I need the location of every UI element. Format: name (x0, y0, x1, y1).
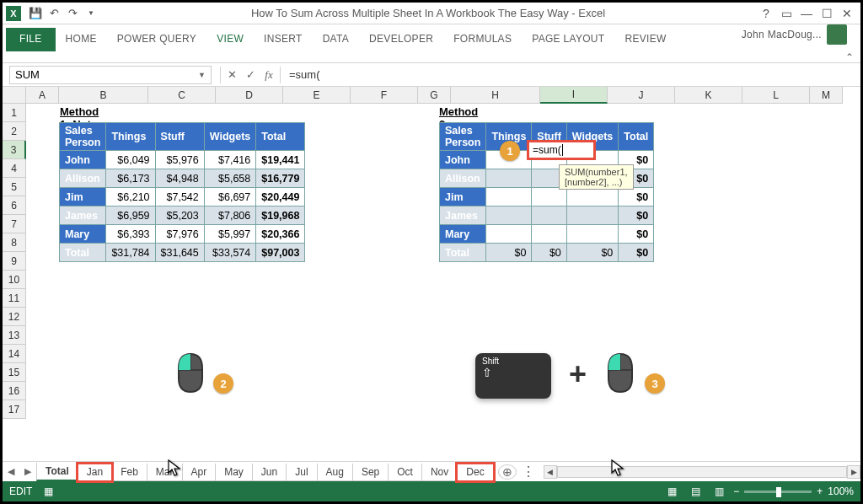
col-header-H[interactable]: H (451, 87, 540, 104)
table-cell[interactable]: $20,366 (256, 225, 305, 244)
col-header-K[interactable]: K (675, 87, 742, 104)
view-pagelayout-icon[interactable]: ▤ (686, 485, 705, 498)
table-cell[interactable] (486, 225, 532, 244)
sheet-tab-nov[interactable]: Nov (421, 464, 458, 481)
row-header-6[interactable]: 6 (3, 196, 26, 215)
table-cell[interactable]: $6,393 (106, 225, 155, 244)
sheet-tab-feb[interactable]: Feb (111, 464, 147, 481)
table-cell[interactable] (486, 206, 532, 225)
table-cell[interactable]: $6,173 (106, 169, 155, 188)
sheet-tab-mar[interactable]: Mar (147, 464, 183, 481)
enter-formula-icon[interactable]: ✓ (241, 68, 260, 81)
name-box-dropdown-icon[interactable]: ▼ (198, 71, 206, 79)
table-cell[interactable]: $5,658 (204, 169, 256, 188)
col-header-G[interactable]: G (418, 87, 451, 104)
save-icon[interactable]: 💾 (28, 6, 43, 21)
table-cell[interactable]: $7,542 (155, 188, 204, 206)
view-pagebreak-icon[interactable]: ▥ (710, 485, 728, 498)
row-header-14[interactable]: 14 (3, 345, 26, 363)
tab-pagelayout[interactable]: PAGE LAYOUT (522, 28, 614, 51)
table-cell[interactable] (566, 188, 619, 206)
table-cell[interactable] (532, 206, 566, 225)
table-cell[interactable]: $7,806 (204, 206, 256, 225)
table-cell[interactable]: $16,779 (256, 169, 305, 188)
insert-function-icon[interactable]: fx (260, 68, 278, 82)
select-all-corner[interactable] (3, 87, 26, 104)
table-cell[interactable]: $31,645 (155, 244, 204, 262)
table-cell[interactable] (532, 188, 566, 206)
col-header-E[interactable]: E (283, 87, 351, 104)
table-cell[interactable]: $0 (619, 188, 654, 206)
row-header-16[interactable]: 16 (3, 382, 26, 400)
table-cell[interactable] (566, 225, 619, 244)
table-cell[interactable]: $5,997 (204, 225, 256, 244)
maximize-icon[interactable]: ☐ (818, 6, 835, 21)
table-cell[interactable]: $4,948 (155, 169, 204, 188)
sheet-nav-menu-icon[interactable]: ⋮ (522, 464, 535, 480)
row-header-11[interactable]: 11 (3, 289, 26, 308)
qat-dropdown-icon[interactable]: ▼ (83, 6, 99, 21)
tab-formulas[interactable]: FORMULAS (443, 28, 522, 51)
row-header-13[interactable]: 13 (3, 326, 26, 345)
horizontal-scrollbar[interactable]: ◀ ▶ (544, 465, 860, 479)
close-icon[interactable]: ✕ (839, 6, 855, 21)
table-cell[interactable]: James (440, 206, 486, 225)
sheet-tab-dec[interactable]: Dec (457, 464, 493, 481)
col-header-B[interactable]: B (59, 87, 148, 104)
table-cell[interactable]: James (60, 206, 106, 225)
zoom-in-icon[interactable]: + (817, 485, 823, 497)
tab-data[interactable]: DATA (313, 28, 359, 51)
table-cell[interactable]: $0 (566, 244, 619, 262)
macro-record-icon[interactable]: ▦ (44, 485, 53, 497)
table-cell[interactable]: $19,968 (256, 206, 305, 225)
table-cell[interactable]: $7,976 (155, 225, 204, 244)
table-cell[interactable] (486, 169, 532, 188)
name-box[interactable]: SUM ▼ (9, 66, 212, 84)
row-header-1[interactable]: 1 (3, 104, 26, 122)
sheet-tab-sep[interactable]: Sep (352, 464, 389, 481)
tab-view[interactable]: VIEW (206, 28, 254, 51)
tab-insert[interactable]: INSERT (254, 28, 313, 51)
table-cell[interactable]: $0 (619, 225, 654, 244)
col-header-L[interactable]: L (742, 87, 810, 104)
table-cell[interactable]: Total (440, 244, 486, 262)
sheet-tab-jul[interactable]: Jul (286, 464, 317, 481)
row-header-17[interactable]: 17 (3, 400, 26, 419)
table-cell[interactable]: $6,959 (106, 206, 155, 225)
tab-file[interactable]: FILE (6, 28, 56, 51)
col-header-J[interactable]: J (608, 87, 675, 104)
row-header-8[interactable]: 8 (3, 233, 26, 252)
col-header-C[interactable]: C (148, 87, 216, 104)
sheet-tab-apr[interactable]: Apr (182, 464, 217, 481)
col-header-M[interactable]: M (810, 87, 843, 104)
row-header-3[interactable]: 3 (3, 141, 26, 159)
table-cell[interactable]: $31,784 (106, 244, 155, 262)
hscroll-track[interactable] (557, 466, 847, 478)
col-header-D[interactable]: D (216, 87, 283, 104)
table-cell[interactable]: $0 (486, 244, 532, 262)
table-cell[interactable]: Allison (60, 169, 106, 188)
table-cell[interactable]: $6,049 (106, 151, 155, 169)
sheet-tab-jan[interactable]: Jan (78, 464, 112, 481)
zoom-level[interactable]: 100% (828, 485, 854, 497)
ribbon-options-icon[interactable]: ▭ (778, 6, 795, 21)
minimize-icon[interactable]: — (798, 6, 815, 21)
table-cell[interactable]: $0 (532, 244, 566, 262)
table-cell[interactable] (486, 188, 532, 206)
row-header-12[interactable]: 12 (3, 308, 26, 326)
row-header-10[interactable]: 10 (3, 271, 26, 289)
hscroll-left-icon[interactable]: ◀ (544, 465, 557, 479)
hscroll-right-icon[interactable]: ▶ (847, 465, 860, 479)
user-account[interactable]: John MacDoug... (732, 19, 857, 51)
sheet-tab-oct[interactable]: Oct (388, 464, 422, 481)
table-cell[interactable]: John (440, 151, 486, 169)
table-cell[interactable]: Mary (440, 225, 486, 244)
sheet-tab-aug[interactable]: Aug (317, 464, 353, 481)
editing-cell[interactable]: =sum( (527, 140, 596, 160)
zoom-slider[interactable] (744, 491, 812, 493)
col-header-I[interactable]: I (540, 87, 608, 104)
table-cell[interactable]: $33,574 (204, 244, 256, 262)
tab-developer[interactable]: DEVELOPER (359, 28, 443, 51)
row-header-2[interactable]: 2 (3, 122, 26, 141)
table-cell[interactable]: $6,210 (106, 188, 155, 206)
